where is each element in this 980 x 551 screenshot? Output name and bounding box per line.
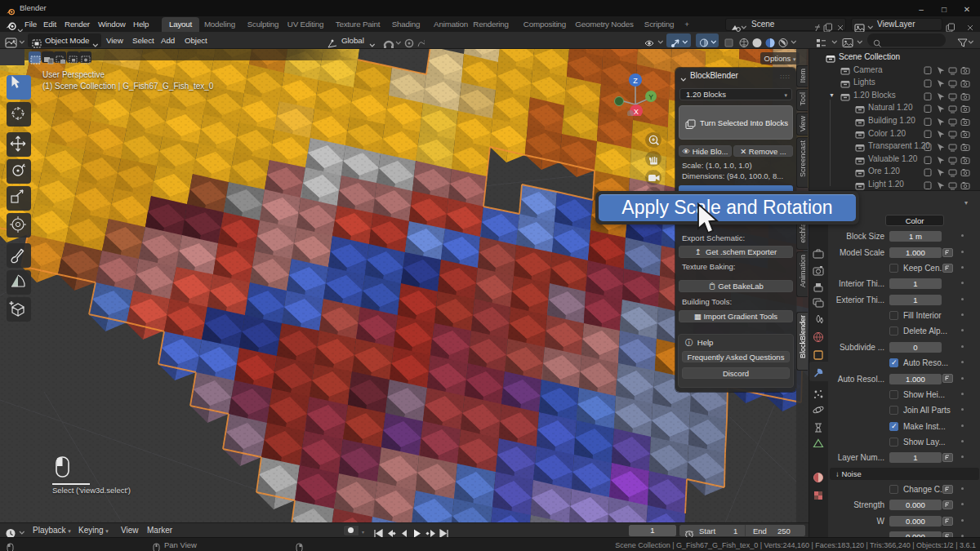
svg-text:X: X <box>634 108 639 116</box>
svg-text:Z: Z <box>633 77 638 85</box>
svg-text:Y: Y <box>648 93 653 101</box>
